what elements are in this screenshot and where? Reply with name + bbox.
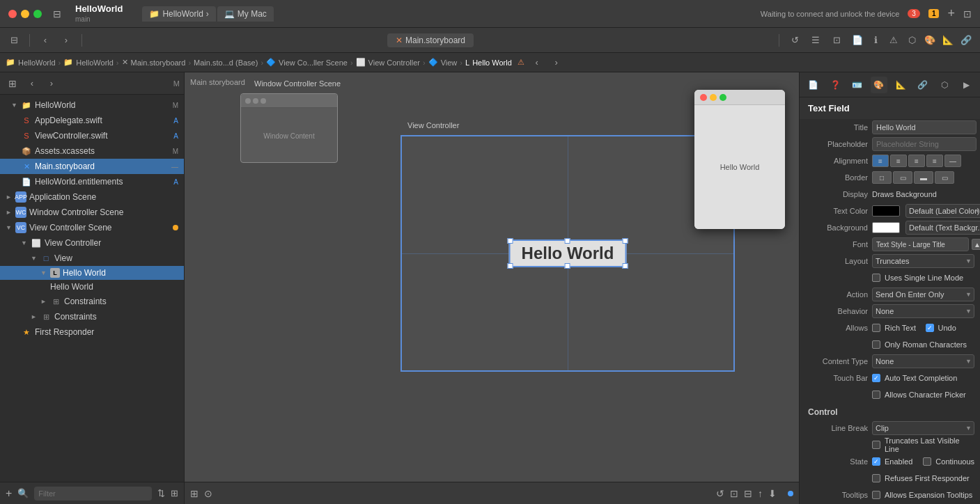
- content-type-select[interactable]: None: [872, 354, 974, 368]
- sidebar-item-assets[interactable]: 📦 Assets.xcassets M: [0, 143, 184, 159]
- canvas-scroll[interactable]: Main storyboard Window Controller Scene …: [185, 72, 799, 482]
- tooltips-checkbox[interactable]: [872, 491, 880, 499]
- sidebar-item-constraints-1[interactable]: ► ⊞ Constraints: [0, 294, 184, 309]
- font-stepper-up[interactable]: ▲: [972, 239, 980, 250]
- inspector-connect-icon[interactable]: 🔗: [958, 32, 974, 49]
- inspector-runtime-icon[interactable]: ▶: [958, 77, 974, 93]
- inspector-obj-icon[interactable]: ⬡: [903, 32, 920, 49]
- back-button[interactable]: ‹: [37, 32, 54, 49]
- placeholder-input[interactable]: [872, 137, 977, 151]
- char-picker-checkbox[interactable]: [872, 391, 880, 399]
- sidebar-item-view[interactable]: ▼ □ View: [0, 251, 184, 266]
- sidebar-nav-back[interactable]: ‹: [24, 75, 40, 92]
- textcolor-swatch[interactable]: [872, 205, 900, 216]
- sidebar-filter-input[interactable]: [34, 487, 152, 501]
- enabled-checkbox[interactable]: ✓: [872, 457, 880, 466]
- truncates-checkbox[interactable]: [872, 441, 880, 449]
- canvas-refresh-icon[interactable]: ↺: [716, 488, 724, 499]
- hello-world-textfield[interactable]: Hello World: [509, 239, 627, 267]
- sidebar-item-constraints-2[interactable]: ► ⊞ Constraints: [0, 309, 184, 324]
- background-swatch[interactable]: [872, 222, 900, 233]
- font-input[interactable]: [872, 237, 969, 251]
- continuous-checkbox[interactable]: [923, 457, 931, 466]
- linebreak-select[interactable]: Clip: [872, 421, 974, 435]
- sidebar-toggle-toolbar-icon[interactable]: ⊟: [6, 32, 22, 49]
- view-controller-frame[interactable]: Hello World: [400, 135, 735, 372]
- undo-checkbox[interactable]: ✓: [926, 324, 934, 332]
- border-line-button[interactable]: ▭: [893, 171, 912, 184]
- split-icon[interactable]: ⊡: [828, 32, 845, 49]
- inspector-attr-tb-icon[interactable]: 🎨: [871, 77, 887, 93]
- richtext-checkbox[interactable]: [872, 324, 880, 332]
- refresh-icon[interactable]: ↺: [786, 32, 803, 49]
- inspector-attr-icon[interactable]: 🎨: [921, 32, 938, 49]
- breadcrumb-base[interactable]: Main.sto...d (Base): [194, 58, 258, 67]
- sidebar-item-main-storyboard[interactable]: ✕ Main.storyboard —: [0, 159, 184, 174]
- breadcrumb-view[interactable]: 🔷 View: [428, 58, 458, 67]
- inspector-size-tb-icon[interactable]: 📐: [892, 77, 909, 93]
- sidebar-item-window-controller-scene[interactable]: ► WC Window Controller Scene: [0, 205, 184, 220]
- tab-mymac[interactable]: 💻 My Mac: [217, 6, 274, 22]
- inspector-file-tb-icon[interactable]: 📄: [805, 77, 822, 93]
- breadcrumb-forward-icon[interactable]: ›: [548, 54, 565, 71]
- inspector-identity-icon[interactable]: 🪪: [848, 77, 865, 93]
- sidebar-item-application-scene[interactable]: ► APP Application Scene: [0, 189, 184, 205]
- canvas-add-constraint-icon[interactable]: ⊡: [730, 488, 738, 499]
- align-center-button[interactable]: ≡: [890, 155, 907, 167]
- sidebar-item-vc-scene[interactable]: ▼ VC View Controller Scene: [0, 220, 184, 235]
- align-justify-button[interactable]: ≡: [926, 155, 943, 167]
- sidebar-item-viewcontroller[interactable]: S ViewController.swift A: [0, 128, 184, 143]
- sidebar-item-hello-world-label[interactable]: ▼ L Hello World: [0, 266, 184, 280]
- sidebar-item-view-controller[interactable]: ▼ ⬜ View Controller: [0, 235, 184, 251]
- sidebar-item-first-responder[interactable]: ★ First Responder: [0, 324, 184, 340]
- inspector-connect-tb-icon[interactable]: 🔗: [915, 77, 931, 93]
- sidebar-view-toggle-icon[interactable]: ⊞: [4, 75, 21, 92]
- border-bezel-button[interactable]: ▬: [914, 171, 933, 184]
- sidebar-item-appdelegate[interactable]: S AppDelegate.swift A: [0, 113, 184, 128]
- refuses-checkbox[interactable]: [872, 474, 880, 482]
- canvas-zoom-icon[interactable]: ⊙: [204, 488, 212, 499]
- border-none-button[interactable]: □: [872, 171, 892, 184]
- sidebar-add-button[interactable]: +: [6, 487, 12, 500]
- border-rounded-button[interactable]: ▭: [935, 171, 954, 184]
- inspector-quick-help-icon[interactable]: ❓: [827, 77, 843, 93]
- sidebar-item-helloworld-project[interactable]: ▼ 📁 HelloWorld M: [0, 97, 184, 113]
- inspector-info-icon[interactable]: ℹ: [867, 32, 884, 49]
- inspector-warn-icon[interactable]: ⚠: [885, 32, 902, 49]
- title-input[interactable]: [872, 120, 977, 134]
- canvas-resolve-icon[interactable]: ⬇: [768, 488, 777, 499]
- breadcrumb-helloworld[interactable]: 📁 HelloWorld: [6, 58, 56, 67]
- sidebar-item-hello-world-child[interactable]: Hello World: [0, 280, 184, 294]
- singleline-checkbox[interactable]: [872, 274, 880, 282]
- inspector-file-icon[interactable]: 📄: [849, 32, 866, 49]
- inspector-size-icon[interactable]: 📐: [940, 32, 956, 49]
- breadcrumb-helloworld-2[interactable]: 📁 HelloWorld: [63, 58, 114, 67]
- tab-helloworld[interactable]: 📁 HelloWorld ›: [142, 6, 215, 22]
- canvas-fit-icon[interactable]: ⊞: [190, 488, 199, 499]
- touchbar-checkbox[interactable]: ✓: [872, 374, 880, 382]
- align-right-button[interactable]: ≡: [908, 155, 925, 167]
- forward-button[interactable]: ›: [58, 32, 75, 49]
- behavior-select[interactable]: None: [872, 304, 974, 318]
- breadcrumb-main-storyboard[interactable]: ✕ Main.storyboard: [122, 58, 186, 67]
- list-icon[interactable]: ☰: [807, 32, 824, 49]
- inspector-binding-icon[interactable]: ⬡: [936, 77, 953, 93]
- textcolor-select[interactable]: Default (Label Color): [905, 204, 980, 218]
- align-natural-button[interactable]: —: [944, 155, 961, 167]
- sidebar-nav-forward[interactable]: ›: [43, 75, 60, 92]
- sidebar-item-entitlements[interactable]: 📄 HelloWorld.entitlements A: [0, 174, 184, 189]
- add-tab-button[interactable]: +: [947, 6, 955, 21]
- breadcrumb-hello-world[interactable]: L Hello World: [465, 58, 512, 67]
- roman-checkbox[interactable]: [872, 340, 880, 349]
- breadcrumb-vc-scene[interactable]: 🔷 View Co...ller Scene: [266, 58, 348, 67]
- sidebar-grid-icon[interactable]: ⊞: [171, 488, 178, 498]
- close-button[interactable]: [8, 10, 17, 18]
- breadcrumb-back-icon[interactable]: ‹: [529, 54, 545, 71]
- window-split-icon[interactable]: ⊡: [963, 8, 972, 19]
- breadcrumb-vc[interactable]: ⬜ View Controller: [356, 58, 420, 67]
- action-select[interactable]: Send On Enter Only: [872, 288, 974, 301]
- align-left-button[interactable]: ≡: [872, 155, 889, 167]
- sidebar-toggle-icon[interactable]: ⊟: [53, 8, 61, 19]
- layout-select[interactable]: Truncates: [872, 254, 974, 268]
- minimize-button[interactable]: [21, 10, 29, 18]
